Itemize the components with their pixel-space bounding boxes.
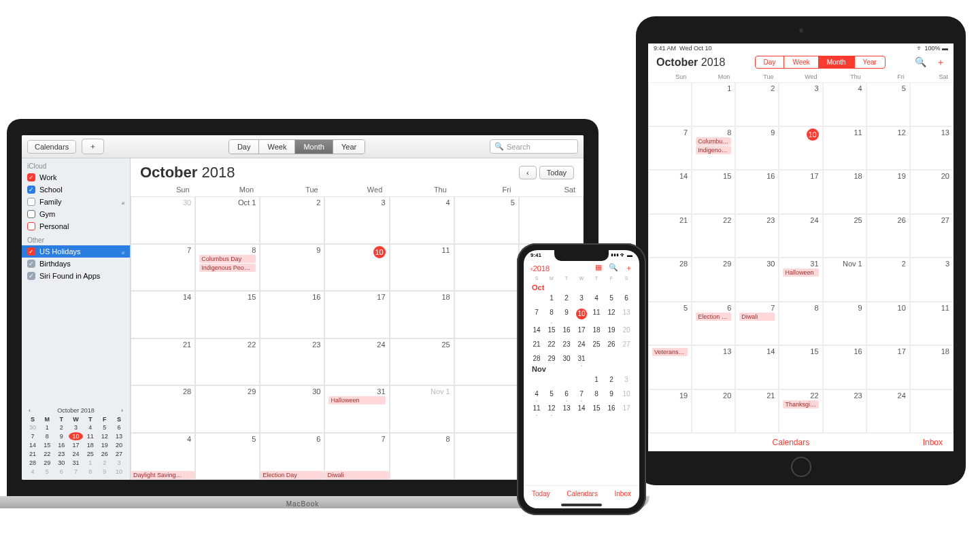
day-cell[interactable]: 15 <box>544 326 559 334</box>
mini-day[interactable]: 28 <box>26 459 39 467</box>
day-cell[interactable]: 11 <box>823 126 866 171</box>
checkbox-icon[interactable]: ✓ <box>27 272 35 280</box>
day-cell[interactable]: 7 <box>648 126 692 171</box>
day-cell[interactable]: 22 <box>195 338 260 386</box>
day-cell[interactable]: 8 <box>779 302 822 346</box>
day-cell[interactable]: 20 <box>692 389 735 434</box>
event-pill[interactable]: Diwali <box>325 471 388 479</box>
day-cell[interactable]: 19 <box>604 326 619 334</box>
mini-day[interactable]: 3 <box>69 423 82 432</box>
day-cell[interactable]: 20 <box>619 326 634 334</box>
back-button[interactable]: ‹2018 <box>530 264 550 273</box>
mini-day[interactable]: 7 <box>69 468 82 476</box>
checkbox-icon[interactable] <box>27 222 35 230</box>
day-cell[interactable] <box>574 376 589 383</box>
mini-day[interactable]: 1 <box>84 459 97 467</box>
day-cell[interactable]: 21 <box>131 338 195 386</box>
view-icon[interactable]: ▦ <box>595 263 602 273</box>
day-cell[interactable] <box>454 433 519 480</box>
day-cell[interactable]: 14 <box>648 170 692 214</box>
mini-next-button[interactable]: › <box>121 407 123 414</box>
event-pill[interactable]: Election Day <box>696 313 731 321</box>
day-cell[interactable] <box>519 196 584 244</box>
day-cell[interactable]: 12 <box>866 126 910 171</box>
mini-day[interactable]: 16 <box>54 441 68 449</box>
day-cell[interactable]: 13 <box>910 126 954 171</box>
event-pill[interactable]: Halloween <box>328 396 385 404</box>
day-cell[interactable]: 4 <box>529 390 544 398</box>
event-pill[interactable]: Columbus Day <box>199 255 256 263</box>
prev-button[interactable]: ‹ <box>519 166 537 179</box>
mini-day[interactable]: 14 <box>26 441 39 449</box>
checkbox-icon[interactable]: ✓ <box>27 173 35 181</box>
day-cell[interactable]: 19 <box>648 389 692 434</box>
day-cell[interactable]: 2 <box>735 82 779 126</box>
day-cell[interactable]: Oct 1 <box>195 196 260 244</box>
search-icon[interactable]: 🔍 <box>609 263 618 273</box>
day-cell[interactable]: 22 <box>544 340 559 348</box>
mini-day[interactable]: 6 <box>54 468 68 476</box>
day-cell[interactable] <box>910 82 954 126</box>
day-cell[interactable]: 30 <box>131 196 195 244</box>
day-cell[interactable]: 2 <box>866 258 910 302</box>
sidebar-item-siri-found-in-apps[interactable]: ✓Siri Found in Apps <box>22 270 130 282</box>
day-cell[interactable]: 25 <box>589 340 604 348</box>
add-icon[interactable]: ＋ <box>625 263 633 273</box>
day-cell[interactable]: 17 <box>619 404 634 412</box>
mini-day[interactable]: 4 <box>84 423 97 432</box>
view-week[interactable]: Week <box>259 140 295 154</box>
day-cell[interactable]: Veterans Day (o… <box>648 345 692 389</box>
day-cell[interactable]: 21 <box>529 340 544 348</box>
ipad-home-button[interactable] <box>791 457 811 477</box>
mini-day[interactable]: 24 <box>69 450 82 458</box>
day-cell[interactable]: 11 <box>529 404 544 412</box>
day-cell[interactable]: 24 <box>324 338 389 386</box>
day-cell[interactable]: 31Halloween <box>324 385 389 433</box>
event-pill[interactable]: Daylight Saving… <box>131 471 195 479</box>
day-cell[interactable]: 23 <box>260 338 324 386</box>
day-cell[interactable]: 6 <box>559 390 574 398</box>
day-cell[interactable]: 13 <box>692 345 735 389</box>
sidebar-item-family[interactable]: Family⟓ <box>22 196 130 208</box>
inbox-button[interactable]: Inbox <box>923 438 943 447</box>
day-cell[interactable] <box>529 376 544 383</box>
day-cell[interactable]: 18 <box>589 326 604 334</box>
mini-prev-button[interactable]: ‹ <box>29 407 31 414</box>
mini-day[interactable]: 30 <box>54 459 68 467</box>
day-cell[interactable]: 7 <box>131 244 195 292</box>
day-cell[interactable]: 18 <box>390 291 454 338</box>
day-cell[interactable]: 15 <box>692 170 735 214</box>
mini-day[interactable]: 5 <box>98 423 112 432</box>
inbox-button[interactable]: Inbox <box>615 490 631 497</box>
day-cell[interactable]: 3 <box>574 294 589 302</box>
mini-day[interactable]: 10 <box>112 468 126 476</box>
mini-day[interactable]: 25 <box>84 450 97 458</box>
day-cell[interactable]: 2 <box>604 376 619 383</box>
checkbox-icon[interactable] <box>27 198 35 206</box>
view-year[interactable]: Year <box>333 140 365 154</box>
checkbox-icon[interactable]: ✓ <box>27 186 35 194</box>
view-day[interactable]: Day <box>229 140 260 154</box>
mini-day[interactable]: 8 <box>40 432 54 440</box>
day-cell[interactable]: 15 <box>589 404 604 412</box>
day-cell[interactable]: 10 <box>779 126 822 171</box>
day-cell[interactable]: 16 <box>604 404 619 412</box>
day-cell[interactable]: 28 <box>131 385 195 433</box>
day-cell[interactable]: 16 <box>559 326 574 334</box>
day-cell[interactable]: 14 <box>574 404 589 412</box>
day-cell[interactable]: 10 <box>866 302 910 346</box>
calendars-button[interactable]: Calendars <box>772 438 809 447</box>
mini-day[interactable]: 21 <box>26 450 39 458</box>
day-cell[interactable]: 31 <box>574 355 589 362</box>
event-pill[interactable]: Veterans Day (o… <box>652 348 688 356</box>
event-pill[interactable]: Indigenous Peop… <box>696 146 731 154</box>
event-pill[interactable]: Diwali <box>739 313 775 321</box>
mini-day[interactable]: 20 <box>112 441 126 449</box>
day-cell[interactable]: 25 <box>823 214 866 258</box>
mini-day[interactable]: 12 <box>98 432 112 440</box>
day-cell[interactable]: 8 <box>544 309 559 319</box>
day-cell[interactable]: 6Election Day <box>260 433 324 480</box>
mini-day[interactable]: 10 <box>69 432 82 440</box>
sidebar-item-us-holidays[interactable]: ✓US Holidays⟓ <box>22 245 130 258</box>
today-button[interactable]: Today <box>539 166 574 179</box>
